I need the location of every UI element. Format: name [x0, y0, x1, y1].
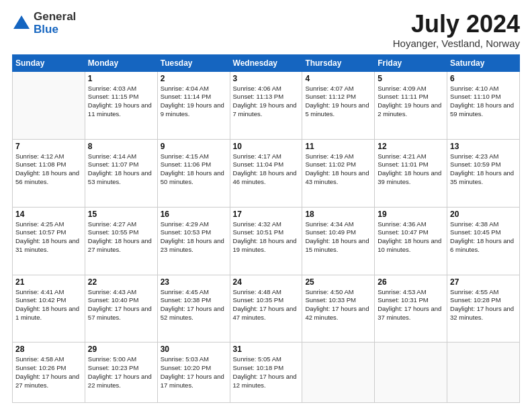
- logo: General Blue: [12, 11, 76, 36]
- calendar-week-row: 7Sunrise: 4:12 AM Sunset: 11:08 PM Dayli…: [13, 139, 520, 207]
- svg-rect-1: [19, 24, 24, 29]
- day-info: Sunrise: 4:58 AM Sunset: 10:26 PM Daylig…: [15, 355, 82, 390]
- calendar-day-cell: 11Sunrise: 4:19 AM Sunset: 11:02 PM Dayl…: [302, 139, 375, 207]
- subtitle: Hoyanger, Vestland, Norway: [393, 38, 520, 49]
- calendar-day-cell: 28Sunrise: 4:58 AM Sunset: 10:26 PM Dayl…: [13, 342, 85, 403]
- day-number: 7: [15, 142, 82, 151]
- calendar-day-cell: 13Sunrise: 4:23 AM Sunset: 10:59 PM Dayl…: [447, 139, 520, 207]
- logo-icon: [12, 14, 31, 33]
- day-number: 12: [378, 142, 444, 151]
- day-number: 23: [161, 277, 227, 287]
- day-number: 20: [450, 210, 517, 219]
- calendar-day-cell: 26Sunrise: 4:53 AM Sunset: 10:31 PM Dayl…: [375, 275, 447, 342]
- day-info: Sunrise: 4:34 AM Sunset: 10:49 PM Daylig…: [305, 220, 371, 255]
- day-info: Sunrise: 4:03 AM Sunset: 11:15 PM Daylig…: [88, 85, 154, 119]
- calendar-day-cell: 31Sunrise: 5:05 AM Sunset: 10:18 PM Dayl…: [230, 342, 302, 403]
- calendar-day-cell: 12Sunrise: 4:21 AM Sunset: 11:01 PM Dayl…: [375, 139, 447, 207]
- day-info: Sunrise: 4:21 AM Sunset: 11:01 PM Daylig…: [378, 152, 444, 187]
- weekday-header: Wednesday: [230, 54, 302, 71]
- day-info: Sunrise: 4:55 AM Sunset: 10:28 PM Daylig…: [450, 288, 517, 322]
- day-number: 11: [305, 142, 371, 151]
- calendar-header-row: SundayMondayTuesdayWednesdayThursdayFrid…: [13, 54, 520, 71]
- day-number: 24: [233, 277, 300, 287]
- logo-blue: Blue: [34, 24, 76, 36]
- calendar-day-cell: [302, 342, 375, 403]
- day-info: Sunrise: 4:43 AM Sunset: 10:40 PM Daylig…: [88, 288, 154, 322]
- calendar-day-cell: [447, 342, 520, 403]
- day-number: 27: [450, 277, 517, 287]
- day-info: Sunrise: 4:04 AM Sunset: 11:14 PM Daylig…: [161, 85, 227, 119]
- main-title: July 2024: [393, 11, 520, 38]
- day-info: Sunrise: 4:53 AM Sunset: 10:31 PM Daylig…: [378, 288, 444, 322]
- day-number: 16: [161, 210, 227, 219]
- weekday-header: Sunday: [13, 54, 85, 71]
- page: General Blue July 2024 Hoyanger, Vestlan…: [0, 0, 532, 411]
- day-info: Sunrise: 4:17 AM Sunset: 11:04 PM Daylig…: [233, 152, 300, 187]
- day-number: 10: [233, 142, 300, 151]
- day-number: 4: [305, 74, 371, 83]
- title-block: July 2024 Hoyanger, Vestland, Norway: [393, 11, 520, 49]
- day-number: 1: [88, 74, 154, 83]
- calendar-day-cell: 7Sunrise: 4:12 AM Sunset: 11:08 PM Dayli…: [13, 139, 85, 207]
- weekday-header: Tuesday: [157, 54, 230, 71]
- calendar-week-row: 14Sunrise: 4:25 AM Sunset: 10:57 PM Dayl…: [13, 207, 520, 275]
- day-number: 21: [15, 277, 82, 287]
- day-info: Sunrise: 4:10 AM Sunset: 11:10 PM Daylig…: [450, 85, 517, 119]
- day-info: Sunrise: 4:38 AM Sunset: 10:45 PM Daylig…: [450, 220, 517, 255]
- calendar-table: SundayMondayTuesdayWednesdayThursdayFrid…: [12, 54, 520, 403]
- calendar-day-cell: 20Sunrise: 4:38 AM Sunset: 10:45 PM Dayl…: [447, 207, 520, 275]
- calendar-day-cell: 17Sunrise: 4:32 AM Sunset: 10:51 PM Dayl…: [230, 207, 302, 275]
- day-info: Sunrise: 4:19 AM Sunset: 11:02 PM Daylig…: [305, 152, 371, 187]
- calendar-day-cell: 16Sunrise: 4:29 AM Sunset: 10:53 PM Dayl…: [157, 207, 230, 275]
- calendar-day-cell: 3Sunrise: 4:06 AM Sunset: 11:13 PM Dayli…: [230, 71, 302, 139]
- day-info: Sunrise: 4:15 AM Sunset: 11:06 PM Daylig…: [161, 152, 227, 187]
- day-number: 2: [161, 74, 227, 83]
- header: General Blue July 2024 Hoyanger, Vestlan…: [12, 11, 520, 49]
- calendar-day-cell: 15Sunrise: 4:27 AM Sunset: 10:55 PM Dayl…: [85, 207, 157, 275]
- day-number: 15: [88, 210, 154, 219]
- calendar-week-row: 21Sunrise: 4:41 AM Sunset: 10:42 PM Dayl…: [13, 275, 520, 342]
- calendar-day-cell: 10Sunrise: 4:17 AM Sunset: 11:04 PM Dayl…: [230, 139, 302, 207]
- calendar-day-cell: 6Sunrise: 4:10 AM Sunset: 11:10 PM Dayli…: [447, 71, 520, 139]
- day-info: Sunrise: 4:29 AM Sunset: 10:53 PM Daylig…: [161, 220, 227, 255]
- day-info: Sunrise: 4:48 AM Sunset: 10:35 PM Daylig…: [233, 288, 300, 322]
- calendar-day-cell: 18Sunrise: 4:34 AM Sunset: 10:49 PM Dayl…: [302, 207, 375, 275]
- day-info: Sunrise: 4:25 AM Sunset: 10:57 PM Daylig…: [15, 220, 82, 255]
- calendar-day-cell: 14Sunrise: 4:25 AM Sunset: 10:57 PM Dayl…: [13, 207, 85, 275]
- day-number: 22: [88, 277, 154, 287]
- day-info: Sunrise: 4:09 AM Sunset: 11:11 PM Daylig…: [378, 85, 444, 119]
- day-number: 5: [378, 74, 444, 83]
- day-number: 17: [233, 210, 300, 219]
- day-number: 3: [233, 74, 300, 83]
- logo-general: General: [34, 11, 76, 24]
- day-info: Sunrise: 4:45 AM Sunset: 10:38 PM Daylig…: [161, 288, 227, 322]
- day-number: 26: [378, 277, 444, 287]
- day-number: 28: [15, 345, 82, 354]
- day-info: Sunrise: 4:06 AM Sunset: 11:13 PM Daylig…: [233, 85, 300, 119]
- day-info: Sunrise: 4:41 AM Sunset: 10:42 PM Daylig…: [15, 288, 82, 322]
- calendar-day-cell: 23Sunrise: 4:45 AM Sunset: 10:38 PM Dayl…: [157, 275, 230, 342]
- calendar-day-cell: 24Sunrise: 4:48 AM Sunset: 10:35 PM Dayl…: [230, 275, 302, 342]
- calendar-day-cell: [375, 342, 447, 403]
- day-number: 18: [305, 210, 371, 219]
- day-number: 29: [88, 345, 154, 354]
- day-number: 31: [233, 345, 300, 354]
- day-number: 25: [305, 277, 371, 287]
- day-info: Sunrise: 5:00 AM Sunset: 10:23 PM Daylig…: [88, 355, 154, 390]
- day-info: Sunrise: 4:07 AM Sunset: 11:12 PM Daylig…: [305, 85, 371, 119]
- day-info: Sunrise: 4:36 AM Sunset: 10:47 PM Daylig…: [378, 220, 444, 255]
- day-number: 6: [450, 74, 517, 83]
- calendar-day-cell: 29Sunrise: 5:00 AM Sunset: 10:23 PM Dayl…: [85, 342, 157, 403]
- calendar-day-cell: 2Sunrise: 4:04 AM Sunset: 11:14 PM Dayli…: [157, 71, 230, 139]
- calendar-day-cell: 27Sunrise: 4:55 AM Sunset: 10:28 PM Dayl…: [447, 275, 520, 342]
- calendar-week-row: 1Sunrise: 4:03 AM Sunset: 11:15 PM Dayli…: [13, 71, 520, 139]
- day-info: Sunrise: 4:23 AM Sunset: 10:59 PM Daylig…: [450, 152, 517, 187]
- day-info: Sunrise: 4:32 AM Sunset: 10:51 PM Daylig…: [233, 220, 300, 255]
- calendar-day-cell: 9Sunrise: 4:15 AM Sunset: 11:06 PM Dayli…: [157, 139, 230, 207]
- day-number: 19: [378, 210, 444, 219]
- weekday-header: Friday: [375, 54, 447, 71]
- calendar-day-cell: 19Sunrise: 4:36 AM Sunset: 10:47 PM Dayl…: [375, 207, 447, 275]
- day-number: 9: [161, 142, 227, 151]
- day-info: Sunrise: 5:03 AM Sunset: 10:20 PM Daylig…: [161, 355, 227, 390]
- calendar-day-cell: 5Sunrise: 4:09 AM Sunset: 11:11 PM Dayli…: [375, 71, 447, 139]
